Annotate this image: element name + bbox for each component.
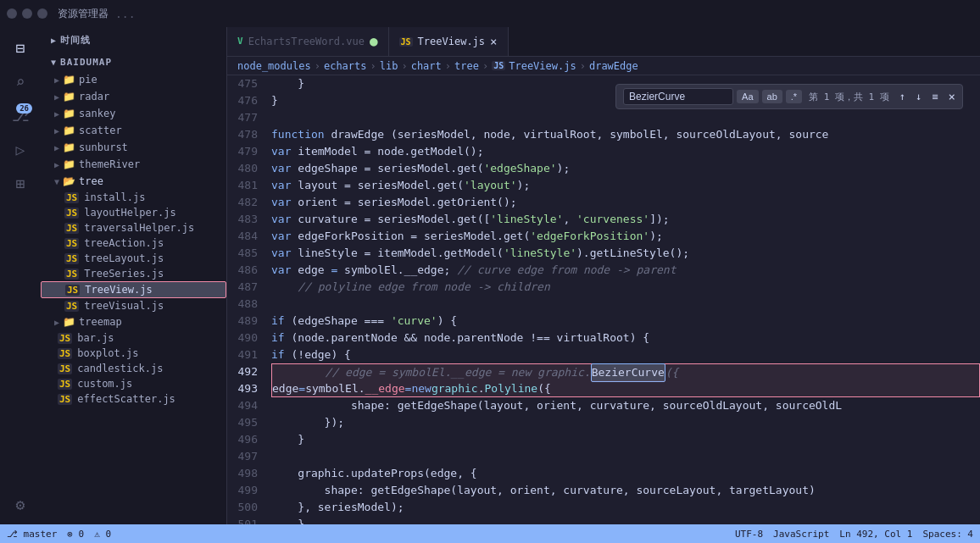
activity-icon-extensions[interactable]: ⊞ <box>7 169 34 197</box>
code-line[interactable]: } <box>271 431 980 448</box>
folder-icon-pie: 📁 <box>63 74 75 86</box>
code-line[interactable]: var orient = seriesModel.getOrient(); <box>271 194 980 211</box>
indent-status[interactable]: Spaces: 4 <box>922 529 973 540</box>
chevron-down-icon: ▼ <box>54 177 59 186</box>
code-line[interactable] <box>271 296 980 313</box>
sidebar-item-treeaction[interactable]: JS treeAction.js <box>41 235 226 251</box>
baidumap-label: BAIDUMAP <box>60 57 112 68</box>
chevron-right-icon: ▶ <box>54 75 59 85</box>
code-line[interactable]: var layout = seriesModel.get('layout'); <box>271 177 980 194</box>
activity-icon-search[interactable]: ⌕ <box>7 68 34 95</box>
breadcrumb-part: chart <box>411 60 442 72</box>
sidebar-item-install[interactable]: JS install.js <box>41 190 226 205</box>
code-line[interactable]: var curvature = seriesModel.get(['lineSt… <box>271 211 980 228</box>
sidebar-item-radar[interactable]: ▶ 📁 radar <box>41 88 226 105</box>
sidebar-item-layouthelper[interactable]: JS layoutHelper.js <box>41 205 226 220</box>
code-line[interactable]: graphic.updateProps(edge, { <box>271 465 980 482</box>
sidebar-item-custom[interactable]: JS custom.js <box>41 376 226 391</box>
code-line[interactable]: }); <box>271 414 980 431</box>
position-status[interactable]: Ln 492, Col 1 <box>839 529 912 540</box>
find-close-icon[interactable]: × <box>949 90 955 103</box>
sidebar-item-label: effectScatter.js <box>77 393 175 405</box>
tab-close-icon[interactable]: × <box>490 35 497 48</box>
chevron-right-icon: ▶ <box>54 160 59 169</box>
folder-icon-scatter: 📁 <box>63 125 75 136</box>
title-more[interactable]: ... <box>115 8 135 20</box>
find-option-regex[interactable]: .* <box>786 90 802 103</box>
sidebar-item-bar[interactable]: JS bar.js <box>41 330 226 346</box>
code-line[interactable]: var edge = symbolEl.__edge; // curve edg… <box>271 262 980 279</box>
sidebar-item-treevisual[interactable]: JS treeVisual.js <box>41 298 226 313</box>
sidebar-item-label: bar.js <box>77 332 114 344</box>
code-line[interactable]: } <box>271 516 980 524</box>
code-line[interactable]: var lineStyle = itemModel.getModel('line… <box>271 245 980 262</box>
sidebar-item-treeseries[interactable]: JS TreeSeries.js <box>41 266 226 281</box>
find-next-icon[interactable]: ↓ <box>912 89 925 104</box>
language-status[interactable]: JavaScript <box>773 529 829 540</box>
folder-icon-tree: 📂 <box>63 175 75 187</box>
encoding-status[interactable]: UTF-8 <box>735 529 763 540</box>
find-input[interactable] <box>623 88 733 105</box>
sidebar-item-label: sunburst <box>79 141 128 153</box>
breadcrumb-part: TreeView.js <box>509 60 576 72</box>
sidebar-item-treemap[interactable]: ▶ 📁 treemap <box>41 313 226 330</box>
code-line[interactable] <box>271 109 980 126</box>
activity-icon-git[interactable]: ⎇ 26 <box>7 102 34 129</box>
code-line[interactable]: if (edgeShape === 'curve') { <box>271 313 980 330</box>
folder-icon-treemap: 📁 <box>63 316 75 328</box>
code-content[interactable]: }} function drawEdge (seriesModel, node,… <box>268 75 980 524</box>
sidebar-item-themeriver[interactable]: ▶ 📁 themeRiver <box>41 156 226 173</box>
code-container: 4754764774784794804814824834844854864874… <box>227 75 980 524</box>
code-line[interactable]: 💡 // edge = symbolEl.__edge = new graphi… <box>271 363 980 380</box>
activity-icon-debug[interactable]: ▷ <box>7 136 34 163</box>
warnings-indicator[interactable]: ⚠ 0 <box>94 529 111 540</box>
tab-treeview[interactable]: JS TreeView.js × <box>389 27 509 56</box>
js-file-icon: JS <box>64 238 79 249</box>
sidebar-item-pie[interactable]: ▶ 📁 pie <box>41 71 226 88</box>
sidebar-item-label: layoutHelper.js <box>84 207 175 219</box>
sidebar-item-treelayout[interactable]: JS treeLayout.js <box>41 251 226 266</box>
sidebar-item-label: radar <box>79 91 109 103</box>
sidebar-item-boxplot[interactable]: JS boxplot.js <box>41 346 226 361</box>
sidebar-timeline-header[interactable]: ▶ 时间线 <box>41 27 226 50</box>
sidebar-item-label: treeLayout.js <box>84 252 164 264</box>
errors-indicator[interactable]: ⊗ 0 <box>67 529 84 540</box>
sidebar-baidumap-header[interactable]: ▼ BAIDUMAP <box>41 50 226 71</box>
find-expand-icon[interactable]: ≡ <box>928 89 941 104</box>
code-line[interactable]: function drawEdge (seriesModel, node, vi… <box>271 126 980 143</box>
code-line[interactable]: edge = symbolEl.__edge = new graphic.Pol… <box>271 380 980 397</box>
folder-icon-themeriver: 📁 <box>63 158 75 170</box>
git-branch[interactable]: ⎇ master <box>7 529 57 540</box>
sidebar-item-sankey[interactable]: ▶ 📁 sankey <box>41 105 226 122</box>
folder-icon-radar: 📁 <box>63 91 75 103</box>
code-line[interactable]: shape: getEdgeShape(layout, orient, curv… <box>271 482 980 499</box>
code-line[interactable]: var edgeForkPosition = seriesModel.get('… <box>271 228 980 245</box>
code-line[interactable] <box>271 448 980 465</box>
sidebar-item-traversalhelper[interactable]: JS traversalHelper.js <box>41 220 226 235</box>
sidebar-item-treeview[interactable]: JS TreeView.js <box>41 281 226 298</box>
status-bar: ⎇ master ⊗ 0 ⚠ 0 UTF-8 JavaScript Ln 492… <box>0 524 980 543</box>
sidebar-item-tree[interactable]: ▼ 📂 tree <box>41 173 226 190</box>
code-line[interactable]: shape: getEdgeShape(layout, orient, curv… <box>271 397 980 414</box>
js-file-icon: JS <box>64 269 79 280</box>
code-line[interactable]: var edgeShape = seriesModel.get('edgeSha… <box>271 160 980 177</box>
code-line[interactable]: if (node.parentNode && node.parentNode !… <box>271 330 980 346</box>
sidebar-item-candlestick[interactable]: JS candlestick.js <box>41 361 226 376</box>
vue-file-icon: V <box>237 36 243 47</box>
activity-icon-explorer[interactable]: ⊟ <box>7 34 34 61</box>
sidebar-item-scatter[interactable]: ▶ 📁 scatter <box>41 122 226 139</box>
sidebar-item-label: scatter <box>79 125 122 136</box>
sidebar-item-sunburst[interactable]: ▶ 📁 sunburst <box>41 139 226 156</box>
find-option-ab[interactable]: ab <box>762 90 782 103</box>
activity-icon-settings[interactable]: ⚙ <box>7 490 34 518</box>
breadcrumb-part: node_modules <box>237 60 311 72</box>
code-line[interactable]: }, seriesModel); <box>271 499 980 516</box>
timeline-chevron-icon: ▶ <box>51 36 57 45</box>
code-line[interactable]: if (!edge) { <box>271 346 980 363</box>
find-prev-icon[interactable]: ↑ <box>896 89 909 104</box>
code-line[interactable]: var itemModel = node.getModel(); <box>271 143 980 160</box>
tab-echarts[interactable]: V EchartsTreeWord.vue ● <box>227 27 389 56</box>
sidebar-item-effectscatter[interactable]: JS effectScatter.js <box>41 391 226 407</box>
code-line[interactable]: // polyline edge from node -> children <box>271 279 980 296</box>
find-option-aa[interactable]: Aa <box>737 90 758 103</box>
